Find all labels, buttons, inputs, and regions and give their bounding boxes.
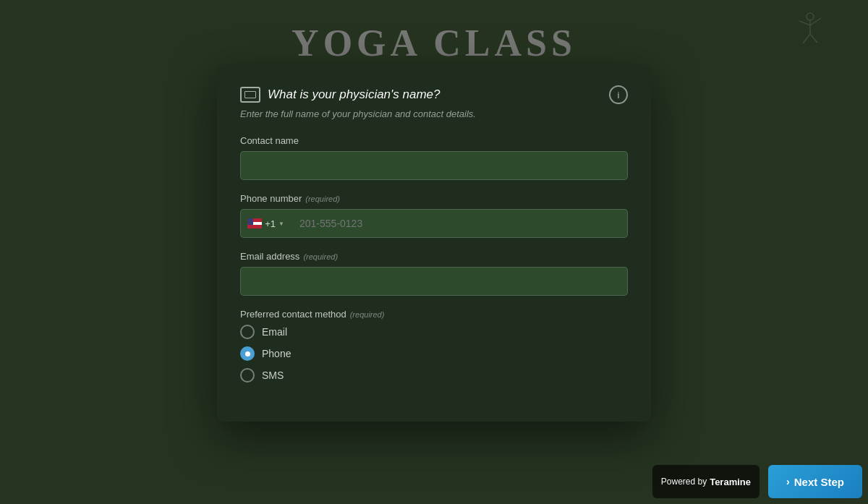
physician-form-icon xyxy=(240,87,260,103)
phone-number-label: Phone number (required) xyxy=(240,193,628,204)
teramine-brand: Teramine xyxy=(710,477,751,487)
modal-title-group: What is your physician's name? xyxy=(240,87,441,103)
preferred-contact-group: Preferred contact method (required) Emai… xyxy=(240,309,628,383)
next-step-label: Next Step xyxy=(794,476,844,488)
preferred-contact-required-badge: (required) xyxy=(350,310,385,319)
radio-phone-circle xyxy=(240,346,255,361)
email-address-label: Email address (required) xyxy=(240,251,628,262)
info-button[interactable]: i xyxy=(609,85,628,104)
physician-modal: What is your physician's name? i Enter t… xyxy=(217,65,651,422)
phone-input-group: +1 ▼ xyxy=(240,209,628,238)
contact-name-group: Contact name xyxy=(240,135,628,180)
radio-item-email[interactable]: Email xyxy=(240,325,628,339)
phone-required-badge: (required) xyxy=(305,195,340,203)
next-step-button[interactable]: › Next Step xyxy=(768,465,862,498)
radio-email-label: Email xyxy=(262,326,287,338)
country-selector[interactable]: +1 ▼ xyxy=(240,209,291,238)
phone-number-group: Phone number (required) +1 ▼ xyxy=(240,193,628,238)
next-arrow-icon: › xyxy=(786,476,790,487)
radio-sms-label: SMS xyxy=(262,370,284,381)
email-required-badge: (required) xyxy=(303,252,338,261)
radio-sms-circle xyxy=(240,368,255,383)
modal-subtitle: Enter the full name of your physician an… xyxy=(240,108,628,119)
email-address-group: Email address (required) xyxy=(240,251,628,296)
flag-canton xyxy=(247,218,253,225)
radio-phone-label: Phone xyxy=(262,348,291,359)
powered-by-label: Powered by xyxy=(661,477,707,487)
radio-item-phone[interactable]: Phone xyxy=(240,346,628,361)
email-address-input[interactable] xyxy=(240,267,628,296)
modal-header: What is your physician's name? i xyxy=(240,85,628,104)
radio-item-sms[interactable]: SMS xyxy=(240,368,628,383)
contact-name-label: Contact name xyxy=(240,135,628,146)
powered-by-bar: Powered by Teramine xyxy=(652,465,760,498)
chevron-down-icon: ▼ xyxy=(278,221,284,227)
preferred-contact-label: Preferred contact method (required) xyxy=(240,309,628,320)
modal-title: What is your physician's name? xyxy=(268,87,441,102)
radio-email-circle xyxy=(240,325,255,339)
radio-group: Email Phone SMS xyxy=(240,325,628,383)
modal-overlay: What is your physician's name? i Enter t… xyxy=(0,0,868,504)
contact-name-input[interactable] xyxy=(240,151,628,180)
country-code: +1 xyxy=(265,218,276,229)
us-flag-icon xyxy=(247,218,262,228)
phone-number-input[interactable] xyxy=(291,209,628,238)
